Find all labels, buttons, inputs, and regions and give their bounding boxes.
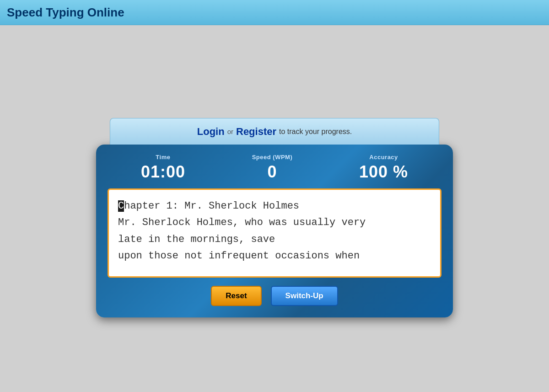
accuracy-value: 100 %	[359, 162, 408, 182]
site-title: Speed Typing Online	[7, 5, 124, 20]
register-link[interactable]: Register	[236, 126, 276, 138]
reset-button[interactable]: Reset	[211, 286, 261, 306]
header-bar: Speed Typing Online	[0, 0, 549, 25]
track-text: to track your progress.	[279, 128, 352, 136]
typing-content: hapter 1: Mr. Sherlock Holmes Mr. Sherlo…	[118, 200, 366, 262]
speed-value: 0	[267, 162, 277, 182]
buttons-row: Reset Switch-Up	[108, 286, 441, 306]
login-bar: Login or Register to track your progress…	[110, 118, 439, 145]
time-label: Time	[156, 154, 170, 161]
accuracy-label: Accuracy	[369, 154, 398, 161]
main-content: Login or Register to track your progress…	[0, 25, 549, 392]
stat-accuracy: Accuracy 100 %	[359, 154, 408, 182]
time-value: 01:00	[141, 162, 185, 182]
typing-widget: Time 01:00 Speed (WPM) 0 Accuracy 100 % …	[96, 145, 453, 317]
widget-wrapper: Login or Register to track your progress…	[101, 118, 448, 317]
login-link[interactable]: Login	[197, 126, 225, 138]
cursor-char: C	[118, 200, 124, 212]
speed-label: Speed (WPM)	[252, 154, 293, 161]
typing-text: Chapter 1: Mr. Sherlock Holmes Mr. Sherl…	[118, 198, 431, 264]
stat-speed: Speed (WPM) 0	[252, 154, 293, 182]
stats-row: Time 01:00 Speed (WPM) 0 Accuracy 100 %	[108, 154, 441, 182]
or-text: or	[227, 128, 233, 135]
stat-time: Time 01:00	[141, 154, 185, 182]
typing-area[interactable]: Chapter 1: Mr. Sherlock Holmes Mr. Sherl…	[108, 188, 441, 278]
switchup-button[interactable]: Switch-Up	[271, 286, 338, 306]
